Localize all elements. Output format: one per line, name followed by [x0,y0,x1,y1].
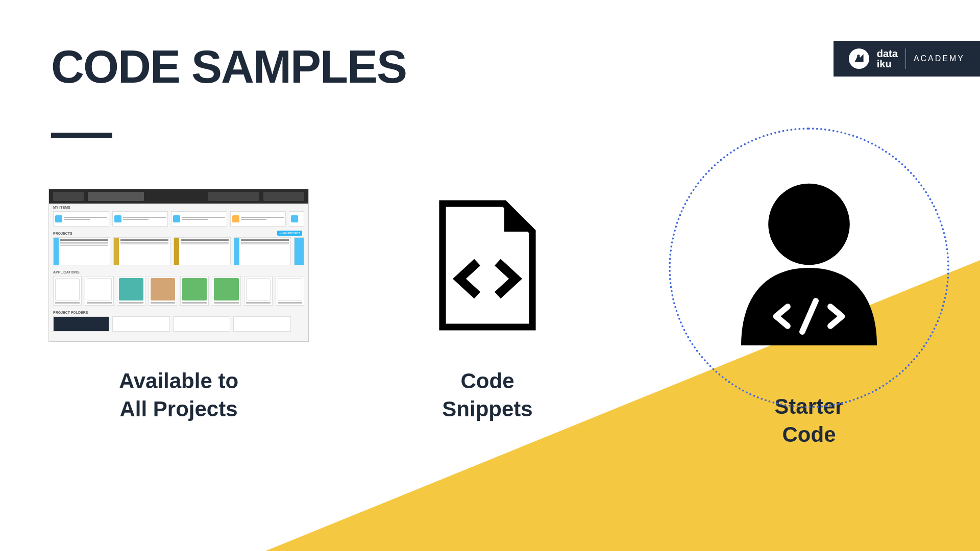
svg-point-1 [768,184,850,265]
dashboard-screenshot: MY ITEMS PROJECTS + NEW PROJECT [48,189,309,342]
col3-label-line2: Code [774,421,843,449]
section-project-folders: PROJECT FOLDERS [49,309,308,316]
section-applications: APPLICATIONS [49,268,308,276]
col1-label-line2: All Projects [119,395,238,423]
svg-point-0 [857,55,860,57]
brand-logo-badge: data iku ACADEMY [834,41,980,77]
section-projects: PROJECTS [49,230,308,237]
bird-logo-icon [849,48,869,69]
brand-name-line2: iku [877,59,898,69]
col2-label-line2: Snippets [442,395,532,423]
new-project-button: + NEW PROJECT [277,231,302,236]
slide-title: CODE SAMPLES [51,41,406,93]
title-underline [51,133,112,138]
developer-person-icon [669,128,949,408]
column-starter-code: Starter Code [669,189,949,448]
section-my-items: MY ITEMS [49,204,308,211]
brand-sublabel: ACADEMY [914,54,965,63]
column-all-projects: MY ITEMS PROJECTS + NEW PROJECT [51,189,306,448]
col2-label-line1: Code [442,367,532,395]
col1-label-line1: Available to [119,367,238,395]
logo-divider [905,48,906,69]
brand-name-line1: data [877,48,898,59]
code-file-icon [431,189,544,342]
column-code-snippets: Code Snippets [398,189,577,448]
